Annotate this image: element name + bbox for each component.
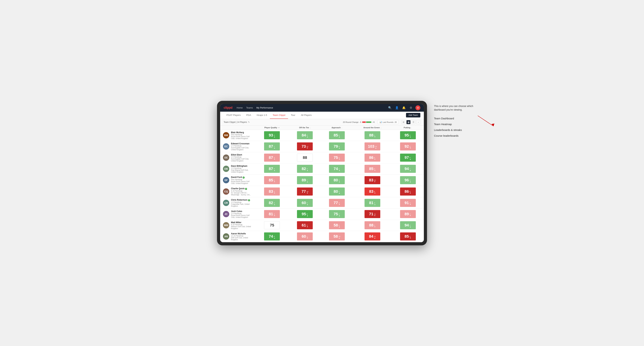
- player-cell-8[interactable]: MMMatt Miller6-10 HandicapWoburn Golf Cl…: [220, 220, 255, 231]
- score-box: 584▲: [329, 221, 345, 229]
- score-change: 1▼: [374, 135, 376, 138]
- score-change: 4▲: [306, 168, 308, 171]
- nav-icons: 🔍 👤 🔔 ⚙ U: [388, 105, 420, 110]
- score-box: 613▼: [297, 221, 313, 229]
- player-cell-6[interactable]: CRChris Robertson✓1-5 HandicapCraigmilla…: [220, 197, 255, 208]
- player-cell-7[interactable]: JCJosh Coles1-5 HandicapRoyal North Devo…: [220, 208, 255, 220]
- score-value: 97: [404, 155, 409, 160]
- score-cell-1: 824▲: [289, 163, 321, 174]
- annotation-item: Course leaderboards: [434, 134, 483, 137]
- around-green-col-header[interactable]: Around the Green ↓: [353, 126, 392, 130]
- score-value: 85: [404, 234, 409, 239]
- person-icon[interactable]: 👤: [394, 105, 399, 110]
- player-name: David Ford✓: [231, 176, 252, 178]
- main-table: Player Quality ▼ Off the Tee ↓ Approach …: [220, 126, 424, 242]
- score-change: 9▲: [410, 135, 411, 138]
- score-box: 941▲: [400, 165, 416, 173]
- bell-icon[interactable]: 🔔: [402, 105, 406, 110]
- player-cell-9[interactable]: ANAaron Nicholls11-15 HandicapDrift Golf…: [220, 231, 255, 242]
- player-handicap: 1-5 Handicap: [231, 201, 252, 203]
- settings-icon[interactable]: ⚙: [408, 105, 413, 110]
- player-handicap: 1-5 Handicap: [231, 145, 252, 147]
- player-handicap: 1-5 Handicap: [231, 212, 252, 214]
- score-change: 4▲: [274, 168, 275, 171]
- subnav-tab-pga[interactable]: PGA: [244, 112, 254, 119]
- player-cell-4[interactable]: DFDavid Ford✓Plus HandicapRoyal North De…: [220, 174, 255, 186]
- score-box: 882▼: [364, 221, 380, 229]
- score-value: 60: [302, 201, 306, 205]
- score-change: 3▼: [410, 202, 411, 205]
- player-name: Josh Coles: [231, 210, 252, 212]
- score-change: 15▲: [375, 146, 377, 149]
- player-cell-5[interactable]: CQCharlie Quick✓6-10 HandicapSt. George'…: [220, 186, 255, 197]
- score-change: 8▲: [274, 236, 275, 239]
- verified-icon: ✓: [245, 188, 247, 190]
- heatmap-view-icon[interactable]: ▦: [406, 120, 410, 124]
- score-cell-2: 803▲: [321, 174, 353, 186]
- player-cell-0[interactable]: BMBlair McHargPlus HandicapRoyal North D…: [220, 130, 255, 141]
- score-change: 1▲: [274, 146, 275, 149]
- score-value: 83: [369, 189, 373, 194]
- score-box: 892▼: [400, 210, 416, 218]
- annotation-items-list: Team DashboardTeam HeatmapLeaderboards &…: [434, 117, 483, 137]
- verified-icon: ✓: [242, 176, 245, 178]
- score-change: 1▲: [338, 168, 340, 171]
- subnav-tab-pgat-players[interactable]: PGAT Players: [224, 112, 244, 119]
- subnav-tab-team-clippd[interactable]: Team Clippd: [270, 112, 288, 119]
- score-value: 87: [269, 144, 273, 149]
- score-value: 71: [369, 212, 373, 216]
- player-handicap: 1-5 Handicap: [231, 167, 252, 169]
- player-quality-col-header[interactable]: Player Quality ▼: [255, 126, 289, 130]
- user-avatar[interactable]: U: [416, 105, 420, 110]
- score-box: 88: [297, 154, 313, 162]
- score-value: 91: [404, 201, 409, 205]
- player-col-header: [220, 126, 255, 130]
- subnav-tabs: PGAT PlayersPGAHcaps 1-5Team ClippdTourA…: [224, 112, 314, 119]
- player-cell-2[interactable]: EEElliot Ebert1-5 HandicapSunningdale Go…: [220, 152, 255, 163]
- subnav-tab-hcaps-1-5[interactable]: Hcaps 1-5: [254, 112, 270, 119]
- putting-col-header[interactable]: Putting ↓: [392, 126, 424, 130]
- score-cell-0: 934▲: [255, 130, 289, 141]
- score-value: 75: [334, 155, 338, 160]
- off-tee-col-header[interactable]: Off the Tee ↓: [289, 126, 321, 130]
- player-handicap: Plus Handicap: [231, 134, 252, 136]
- rc-red-bar: [362, 121, 366, 123]
- player-cell-3[interactable]: DBDave Billingham1-5 HandicapGog Magog G…: [220, 163, 255, 174]
- score-value: 88: [303, 155, 307, 160]
- score-cell-2: 753▼: [321, 152, 353, 163]
- player-name: Blair McHarg: [231, 131, 252, 134]
- score-box: 75: [264, 221, 280, 229]
- download-icon[interactable]: ↓: [416, 120, 420, 124]
- score-cell-1: 7714▼: [289, 186, 321, 197]
- score-cell-1: 7311▼: [289, 141, 321, 152]
- edit-icon[interactable]: ✎: [248, 121, 250, 123]
- table-toolbar: Team Clippd | 14 Players ✎ 20 Round Chan…: [220, 119, 424, 126]
- score-value: 84: [302, 133, 306, 138]
- team-label: Team Clippd | 14 Players ✎: [224, 121, 250, 123]
- nav-link-home[interactable]: Home: [236, 106, 243, 110]
- add-team-button[interactable]: Add Team: [406, 113, 420, 117]
- score-box: 923▼: [400, 142, 416, 151]
- player-club: Sunningdale Golf Club, United Kingdom: [231, 158, 252, 162]
- approach-col-header[interactable]: Approach ↓: [321, 126, 353, 130]
- scores-table: Player Quality ▼ Off the Tee ↓ Approach …: [220, 126, 424, 242]
- score-cell-3: 8310▼: [353, 174, 392, 186]
- subnav-tab-all-players[interactable]: All Players: [298, 112, 314, 119]
- player-cell-1[interactable]: ECEdward Crossman1-5 HandicapSunningdale…: [220, 141, 255, 152]
- score-change: 3▼: [274, 157, 275, 160]
- player-avatar: DF: [223, 177, 229, 183]
- score-value: 83: [269, 189, 273, 194]
- nav-link-my-performance[interactable]: My Performance: [256, 106, 273, 110]
- round-change: 20 Round Change -5 +5: [343, 121, 375, 123]
- last-rounds-button[interactable]: 📊 Last Rounds: 20: [378, 120, 399, 124]
- subnav-tab-tour[interactable]: Tour: [288, 112, 298, 119]
- score-change: 10▲: [338, 236, 340, 239]
- nav-link-teams[interactable]: Teams: [246, 106, 253, 110]
- score-box: 799▲: [329, 142, 345, 151]
- score-cell-1: 602▲: [289, 197, 321, 208]
- grid-view-icon[interactable]: ⊞: [402, 120, 406, 124]
- score-value: 82: [269, 201, 273, 205]
- list-view-icon[interactable]: ☰: [411, 120, 416, 124]
- score-cell-4: 959▲: [392, 130, 424, 141]
- search-icon[interactable]: 🔍: [388, 105, 392, 110]
